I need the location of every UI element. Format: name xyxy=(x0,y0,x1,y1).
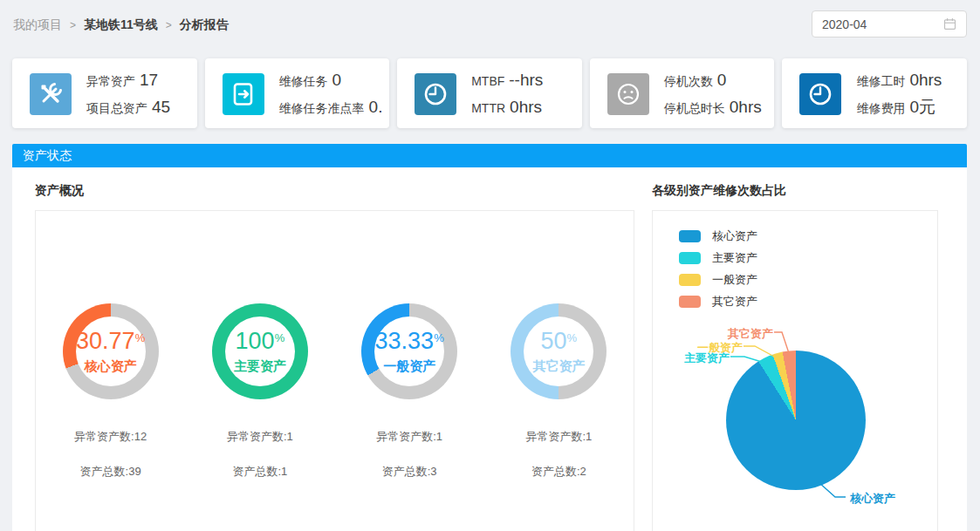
donut-other-assets: 50% 其它资产 异常资产数:1 资产总数:2 xyxy=(484,303,634,480)
donut-percent: 100 xyxy=(236,328,275,354)
kpi-label: 维修任务 xyxy=(279,74,328,88)
breadcrumb-separator: > xyxy=(70,19,76,31)
asset-overview-box: 30.77% 核心资产 异常资产数:12 资产总数:39 100% 主要资产 xyxy=(35,210,634,531)
legend-label[interactable]: 核心资产 xyxy=(712,228,757,244)
legend-label[interactable]: 一般资产 xyxy=(712,272,757,288)
clock-icon xyxy=(415,73,456,115)
donut-label: 其它资产 xyxy=(532,358,585,375)
total-count-text: 资产总数:1 xyxy=(232,464,287,480)
tools-icon xyxy=(30,73,72,115)
kpi-value: 0元 xyxy=(909,98,935,116)
kpi-label: MTTR xyxy=(471,101,505,115)
calendar-icon[interactable] xyxy=(943,17,956,31)
maintenance-pie-box: 核心资产 主要资产 一般资产 其它资产 xyxy=(652,210,938,531)
section-header: 资产状态 xyxy=(12,144,967,167)
legend-item-major[interactable]: 主要资产 xyxy=(679,252,757,264)
breadcrumb-item-projects[interactable]: 我的项目 xyxy=(13,17,62,33)
abnormal-count-text: 异常资产数:1 xyxy=(376,429,442,445)
sad-face-icon xyxy=(607,73,649,115)
kpi-value: 0 xyxy=(332,71,342,89)
kpi-label: 停机次数 xyxy=(664,74,713,88)
abnormal-count-text: 异常资产数:1 xyxy=(227,429,293,445)
kpi-label: 维修费用 xyxy=(856,101,905,115)
pie-label-core: 核心资产 xyxy=(850,491,895,507)
breadcrumb-item-project[interactable]: 某地铁11号线 xyxy=(84,17,158,33)
total-count-text: 资产总数:2 xyxy=(531,464,586,480)
section-title: 资产状态 xyxy=(23,148,72,162)
donut-label: 一般资产 xyxy=(383,358,435,375)
kpi-value: 0 xyxy=(717,71,727,89)
donut-ring: 50% 其它资产 xyxy=(511,303,607,399)
analysis-report-page: 我的项目 > 某地铁11号线 > 分析报告 2020-04 xyxy=(0,0,980,531)
total-count-text: 资产总数:39 xyxy=(80,464,141,480)
donut-ring: 100% 主要资产 xyxy=(212,303,308,399)
pie-legend: 核心资产 主要资产 一般资产 其它资产 xyxy=(679,230,757,317)
kpi-label: 项目总资产 xyxy=(86,101,147,115)
legend-label[interactable]: 其它资产 xyxy=(712,294,757,310)
kpi-label: 停机总时长 xyxy=(664,101,725,115)
month-picker-value[interactable]: 2020-04 xyxy=(822,17,943,31)
breadcrumb-item-report: 分析报告 xyxy=(180,17,229,33)
breadcrumb: 我的项目 > 某地铁11号线 > 分析报告 xyxy=(13,17,229,33)
abnormal-count-text: 异常资产数:12 xyxy=(74,429,147,445)
donut-core-assets: 30.77% 核心资产 异常资产数:12 资产总数:39 xyxy=(36,303,185,480)
kpi-value: 0hrs xyxy=(730,98,762,116)
total-count-text: 资产总数:3 xyxy=(382,464,437,480)
kpi-value: 45 xyxy=(152,98,170,116)
kpi-card-cost: 维修工时0hrs 维修费用0元 xyxy=(782,58,967,128)
kpi-card-assets: 异常资产17 项目总资产45 xyxy=(12,58,197,128)
kpi-card-mtbf: MTBF--hrs MTTR0hrs xyxy=(397,58,582,128)
legend-swatch[interactable] xyxy=(679,296,701,308)
donut-ring: 33.33% 一般资产 xyxy=(361,303,457,399)
kpi-label: 维修任务准点率 xyxy=(279,101,365,115)
donut-percent: 30.77 xyxy=(76,328,135,354)
donut-label: 核心资产 xyxy=(85,358,137,375)
task-arrow-icon xyxy=(223,73,264,115)
legend-item-core[interactable]: 核心资产 xyxy=(679,230,757,242)
kpi-card-downtime: 停机次数0 停机总时长0hrs xyxy=(590,58,775,128)
legend-swatch[interactable] xyxy=(679,230,701,242)
kpi-card-tasks: 维修任务0 维修任务准点率0.00% xyxy=(205,58,390,128)
kpi-label: MTBF xyxy=(471,74,504,88)
kpi-value: 0hrs xyxy=(510,98,542,116)
donut-major-assets: 100% 主要资产 异常资产数:1 资产总数:1 xyxy=(185,303,334,480)
asset-overview-title: 资产概况 xyxy=(35,183,84,199)
donut-gauge-row: 30.77% 核心资产 异常资产数:12 资产总数:39 100% 主要资产 xyxy=(36,211,634,480)
donut-ring: 30.77% 核心资产 xyxy=(63,303,159,399)
kpi-value: --hrs xyxy=(509,71,543,89)
breadcrumb-separator: > xyxy=(166,19,172,31)
donut-percent: 50 xyxy=(541,328,567,354)
legend-swatch[interactable] xyxy=(679,252,701,264)
kpi-label: 维修工时 xyxy=(856,74,905,88)
kpi-value: 17 xyxy=(140,71,158,89)
legend-swatch[interactable] xyxy=(679,274,701,286)
legend-item-other[interactable]: 其它资产 xyxy=(679,296,757,308)
donut-percent: 33.33 xyxy=(375,328,435,354)
clock-icon xyxy=(799,73,841,115)
kpi-value: 0hrs xyxy=(909,71,942,89)
abnormal-count-text: 异常资产数:1 xyxy=(525,429,592,445)
maintenance-pie-title: 各级别资产维修次数占比 xyxy=(652,183,786,199)
pie-label-major: 主要资产 xyxy=(684,351,730,366)
maintenance-pie[interactable] xyxy=(726,351,866,490)
donut-label: 主要资产 xyxy=(234,358,286,375)
kpi-label: 异常资产 xyxy=(86,74,135,88)
legend-item-general[interactable]: 一般资产 xyxy=(679,274,757,286)
month-picker[interactable]: 2020-04 xyxy=(812,10,967,37)
donut-general-assets: 33.33% 一般资产 异常资产数:1 资产总数:3 xyxy=(335,303,484,480)
legend-label[interactable]: 主要资产 xyxy=(712,250,757,266)
kpi-card-row: 异常资产17 项目总资产45 维修任务0 维修任务准点率0.00% xyxy=(12,58,967,128)
asset-status-panel: 资产概况 30.77% 核心资产 异常资产数:12 资产总数:39 xyxy=(12,167,967,531)
